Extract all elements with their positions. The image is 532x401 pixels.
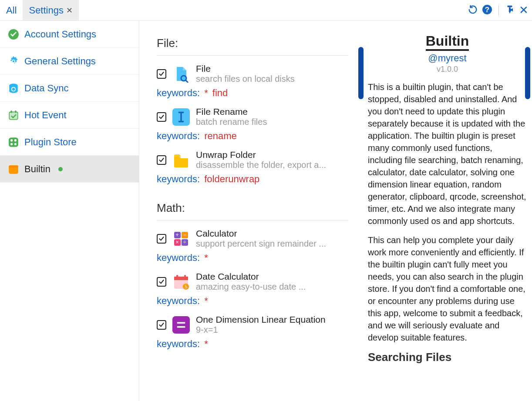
separator [498, 5, 499, 16]
keywords-label: keywords: [157, 130, 200, 141]
keywords-row: keywords: * [157, 338, 358, 350]
feature-desc: support percent sign remainder ... [196, 239, 326, 249]
calendar-icon: 5 [172, 273, 190, 291]
feature-file-rename: File Rename batch rename files [157, 107, 358, 127]
svg-rect-11 [11, 110, 12, 113]
help-icon[interactable]: ? [482, 4, 492, 17]
content-pane: File: File search files on local disks k… [139, 21, 358, 401]
feature-name: One Dimension Linear Equation [196, 314, 326, 325]
svg-text:5: 5 [185, 284, 187, 289]
sidebar-item-label: Account Settings [24, 29, 96, 40]
rename-icon [172, 108, 190, 126]
svg-text:?: ? [485, 6, 489, 14]
keywords-label: keywords: [157, 338, 200, 349]
keywords-value[interactable]: find [212, 87, 228, 98]
equation-icon [172, 316, 190, 334]
keywords-row: keywords: rename [157, 130, 358, 142]
checkbox-file-rename[interactable] [157, 112, 166, 122]
group-file-title: File: [157, 37, 358, 50]
sidebar-item-pluginstore[interactable]: Plugin Store [0, 129, 139, 156]
feature-text: Calculator support percent sign remainde… [196, 228, 326, 249]
feature-desc: search files on local disks [196, 74, 295, 84]
svg-point-15 [14, 139, 17, 141]
package-icon [8, 164, 19, 175]
check-circle-icon [8, 29, 19, 40]
tab-settings-label: Settings [29, 5, 64, 16]
sidebar-item-account[interactable]: Account Settings [0, 21, 139, 48]
keywords-row: keywords: * find [157, 87, 358, 99]
svg-marker-4 [508, 10, 511, 13]
scroll-indicator-right[interactable] [525, 47, 530, 99]
svg-rect-33 [184, 275, 186, 278]
folder-icon [172, 151, 190, 169]
close-icon[interactable]: ✕ [66, 6, 73, 15]
sidebar-item-label: Plugin Store [24, 137, 77, 148]
svg-rect-3 [509, 7, 511, 10]
svg-line-21 [185, 80, 188, 83]
keywords-star: * [204, 338, 208, 349]
refresh-icon[interactable] [468, 5, 478, 16]
checkbox-linear-equation[interactable] [157, 320, 166, 330]
details-version: v1.0.0 [368, 65, 527, 74]
svg-text:+: + [175, 232, 178, 238]
svg-rect-12 [15, 110, 16, 113]
svg-rect-32 [176, 275, 178, 278]
feature-name: Date Calculator [196, 271, 306, 282]
pin-icon[interactable] [505, 5, 515, 16]
details-pane: Builtin @myrest v1.0.0 This is a builtin… [358, 21, 532, 401]
keywords-row: keywords: * [157, 252, 358, 264]
keywords-label: keywords: [157, 252, 200, 263]
feature-unwrap-folder: Unwrap Folder disassemble the folder, ex… [157, 150, 358, 170]
file-search-icon [172, 65, 190, 83]
group-math-title: Math: [157, 201, 358, 215]
close-app-icon[interactable]: ✕ [519, 3, 529, 17]
feature-text: Date Calculator amazing easy-to-use date… [196, 271, 306, 292]
feature-name: File Rename [196, 107, 267, 117]
feature-file: File search files on local disks [157, 63, 358, 84]
feature-calculator: +−×÷ Calculator support percent sign rem… [157, 228, 358, 249]
keywords-label: keywords: [157, 295, 200, 306]
calendar-check-icon [8, 110, 19, 121]
checkbox-date-calculator[interactable] [157, 277, 166, 287]
sidebar: Account Settings General Settings Data S… [0, 21, 139, 401]
puzzle-grid-icon [8, 137, 19, 148]
sidebar-item-label: General Settings [24, 56, 96, 67]
details-author[interactable]: @myrest [368, 53, 527, 64]
svg-point-16 [10, 143, 13, 145]
tab-all[interactable]: All [0, 0, 23, 20]
scroll-indicator-left[interactable] [358, 47, 364, 99]
keywords-star: * [204, 252, 208, 263]
gear-icon [8, 56, 19, 67]
tab-bar: All Settings ✕ [0, 0, 79, 20]
sidebar-item-hotevent[interactable]: Hot Event [0, 102, 139, 129]
sidebar-item-builtin[interactable]: Builtin [0, 156, 139, 183]
keywords-label: keywords: [157, 87, 200, 98]
feature-date-calculator: 5 Date Calculator amazing easy-to-use da… [157, 271, 358, 292]
feature-text: One Dimension Linear Equation 9-x=1 [196, 314, 326, 335]
keywords-star: * [204, 87, 208, 98]
feature-desc: batch rename files [196, 117, 267, 127]
details-paragraph-1: This is a builtin plugin, that can't be … [368, 81, 527, 227]
calculator-icon: +−×÷ [172, 230, 190, 247]
keywords-row: keywords: * [157, 295, 358, 307]
feature-desc: disassemble the folder, export a... [196, 160, 326, 170]
feature-name: Calculator [196, 228, 326, 239]
keywords-value[interactable]: folderunwrap [204, 174, 259, 184]
database-sync-icon [8, 83, 19, 94]
main: Account Settings General Settings Data S… [0, 21, 532, 401]
svg-text:÷: ÷ [183, 239, 186, 245]
sidebar-item-sync[interactable]: Data Sync [0, 75, 139, 102]
details-subheading: Searching Files [368, 351, 527, 364]
checkbox-calculator[interactable] [157, 234, 166, 244]
keywords-row: keywords: folderunwrap [157, 174, 358, 185]
keywords-value[interactable]: rename [204, 130, 237, 141]
feature-desc: amazing easy-to-use date ... [196, 282, 306, 292]
checkbox-file[interactable] [157, 69, 166, 79]
sidebar-item-general[interactable]: General Settings [0, 48, 139, 75]
tab-settings[interactable]: Settings ✕ [23, 0, 79, 20]
tab-all-label: All [6, 5, 17, 16]
checkbox-unwrap-folder[interactable] [157, 155, 166, 165]
sidebar-item-label: Builtin [24, 164, 51, 175]
keywords-label: keywords: [157, 174, 200, 184]
svg-point-17 [14, 143, 17, 145]
